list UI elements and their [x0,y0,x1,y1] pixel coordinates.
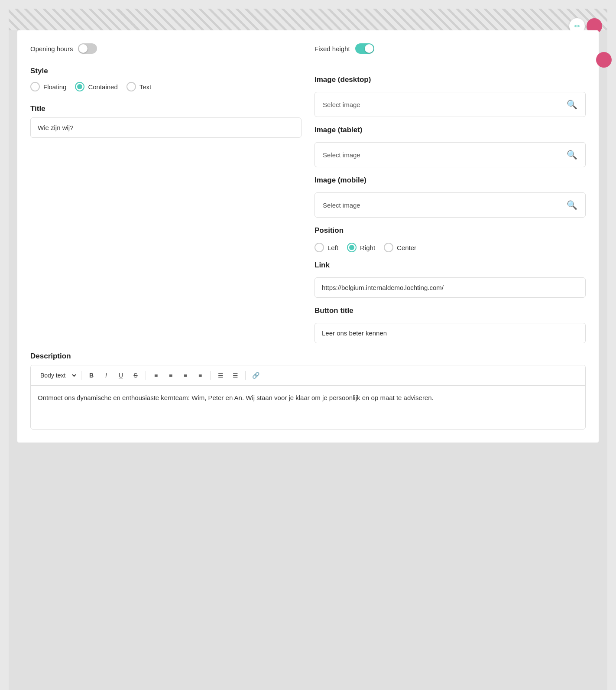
image-desktop-label: Image (desktop) [314,75,586,84]
image-mobile-label: Image (mobile) [314,176,586,185]
left-column: Opening hours Style Floating [30,43,302,343]
text-label: Text [139,83,152,91]
opening-hours-label: Opening hours [30,45,73,52]
bullet-list-button[interactable]: ☰ [214,369,227,382]
toolbar-divider-4 [245,371,246,380]
toolbar-divider-2 [146,371,146,380]
side-avatar [596,52,612,68]
numbered-list-button[interactable]: ☰ [229,369,242,382]
search-icon-mobile: 🔍 [567,200,577,210]
image-mobile-placeholder: Select image [323,202,360,209]
right-label: Right [360,244,375,251]
style-option-contained[interactable]: Contained [75,82,117,91]
strikethrough-button[interactable]: S [129,369,142,382]
toggle-knob [79,44,88,53]
editor-content-area[interactable]: Ontmoet ons dynamische en enthousiaste k… [31,386,585,429]
description-section: Description Body text Heading 1 Heading … [30,352,586,430]
title-label: Title [30,104,302,113]
center-label: Center [397,244,416,251]
button-title-section: Button title [314,306,586,343]
underline-button[interactable]: U [114,369,127,382]
image-tablet-label: Image (tablet) [314,126,586,134]
left-label: Left [327,244,338,251]
top-bar: ✏ [9,9,607,30]
title-section: Title [30,104,302,138]
style-heading: Style [30,67,302,75]
fixed-height-row: Fixed height [314,43,586,54]
align-right-button[interactable]: ≡ [179,369,192,382]
link-label: Link [314,261,586,270]
opening-hours-row: Opening hours [30,43,302,54]
style-option-text[interactable]: Text [126,82,152,91]
right-radio[interactable] [347,243,357,252]
image-desktop-section: Image (desktop) Select image 🔍 [314,75,586,117]
floating-radio[interactable] [30,82,40,91]
position-right[interactable]: Right [347,243,375,252]
style-section: Style Floating Contained Text [30,67,302,91]
search-icon-tablet: 🔍 [567,150,577,160]
image-mobile-select[interactable]: Select image 🔍 [314,192,586,218]
position-section: Position Left Right Center [314,226,586,252]
image-tablet-section: Image (tablet) Select image 🔍 [314,126,586,167]
bold-button[interactable]: B [85,369,98,382]
link-section: Link [314,261,586,298]
button-title-label: Button title [314,306,586,315]
fixed-height-label: Fixed height [314,45,350,52]
style-option-floating[interactable]: Floating [30,82,66,91]
title-input[interactable] [30,117,302,138]
text-radio[interactable] [126,82,136,91]
position-label: Position [314,226,586,235]
toolbar-divider-3 [210,371,211,380]
align-left-button[interactable]: ≡ [149,369,162,382]
fixed-height-toggle[interactable] [355,43,374,54]
image-desktop-placeholder: Select image [323,101,360,108]
align-center-button[interactable]: ≡ [164,369,177,382]
opening-hours-toggle[interactable] [78,43,97,54]
description-label: Description [30,352,586,361]
right-column: Fixed height Image (desktop) Select imag… [314,43,586,343]
image-desktop-select[interactable]: Select image 🔍 [314,92,586,117]
floating-label: Floating [43,83,66,91]
image-tablet-select[interactable]: Select image 🔍 [314,142,586,167]
pencil-icon: ✏ [574,22,580,30]
align-justify-button[interactable]: ≡ [194,369,207,382]
rich-text-editor: Body text Heading 1 Heading 2 Heading 3 … [30,365,586,430]
contained-label: Contained [88,83,117,91]
toolbar-divider-1 [81,371,81,380]
link-input[interactable] [314,277,586,298]
position-radio-group: Left Right Center [314,243,586,252]
editor-toolbar: Body text Heading 1 Heading 2 Heading 3 … [31,365,585,386]
top-section: Opening hours Style Floating [30,43,586,343]
settings-panel: Opening hours Style Floating [17,30,599,443]
position-center[interactable]: Center [384,243,416,252]
italic-button[interactable]: I [100,369,113,382]
toggle-knob-2 [365,44,373,53]
contained-radio[interactable] [75,82,84,91]
position-left[interactable]: Left [314,243,338,252]
button-title-input[interactable] [314,323,586,343]
link-button[interactable]: 🔗 [249,369,262,382]
left-radio[interactable] [314,243,324,252]
image-mobile-section: Image (mobile) Select image 🔍 [314,176,586,218]
font-style-select[interactable]: Body text Heading 1 Heading 2 Heading 3 [36,370,78,381]
style-radio-group: Floating Contained Text [30,82,302,91]
search-icon-desktop: 🔍 [567,99,577,110]
image-tablet-placeholder: Select image [323,151,360,159]
center-radio[interactable] [384,243,393,252]
